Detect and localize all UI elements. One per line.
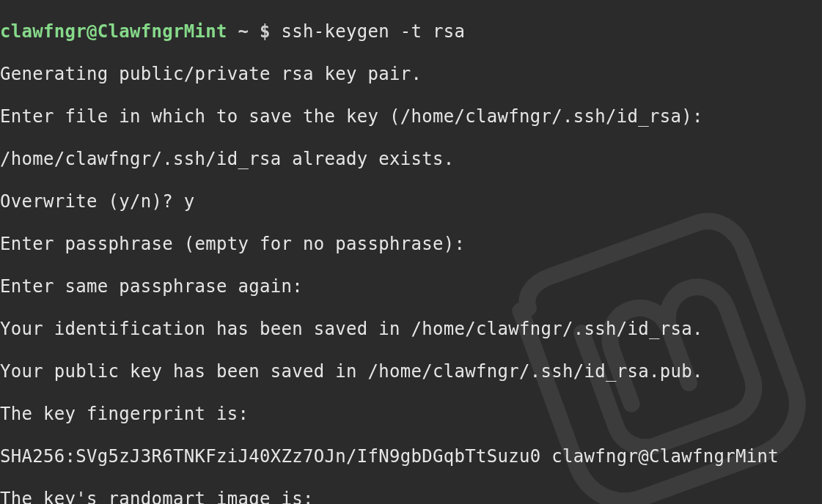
- prompt-cwd: ~: [238, 21, 249, 42]
- output-line: Overwrite (y/n)? y: [0, 191, 822, 212]
- prompt-user: clawfngr@ClawfngrMint: [0, 21, 227, 42]
- prompt-separator: [227, 21, 238, 42]
- output-line: /home/clawfngr/.ssh/id_rsa already exist…: [0, 149, 822, 170]
- output-line: Generating public/private rsa key pair.: [0, 64, 822, 85]
- output-line: Your public key has been saved in /home/…: [0, 361, 822, 382]
- output-line: SHA256:SVg5zJ3R6TNKFziJ40XZz7OJn/IfN9gbD…: [0, 446, 822, 467]
- output-line: Enter passphrase (empty for no passphras…: [0, 234, 822, 255]
- output-line: Your identification has been saved in /h…: [0, 319, 822, 340]
- output-line: The key's randomart image is:: [0, 489, 822, 504]
- prompt-dollar: $: [249, 21, 281, 42]
- output-line: Enter same passphrase again:: [0, 276, 822, 297]
- output-line: The key fingerprint is:: [0, 404, 822, 425]
- terminal-output-area[interactable]: clawfngr@ClawfngrMint ~ $ ssh-keygen -t …: [0, 0, 822, 504]
- entered-command: ssh-keygen -t rsa: [281, 21, 465, 42]
- output-line: Enter file in which to save the key (/ho…: [0, 106, 822, 127]
- prompt-line-1: clawfngr@ClawfngrMint ~ $ ssh-keygen -t …: [0, 21, 822, 42]
